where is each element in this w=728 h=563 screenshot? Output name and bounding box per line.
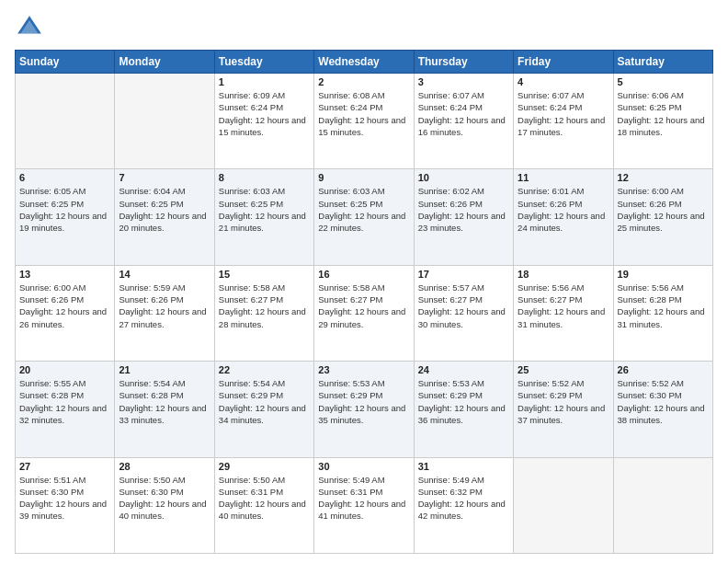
weekday-header-monday: Monday (115, 51, 214, 74)
day-number: 24 (418, 364, 509, 375)
day-number: 30 (318, 461, 409, 472)
calendar-cell: 1Sunrise: 6:09 AM Sunset: 6:24 PM Daylig… (214, 74, 313, 169)
day-number: 6 (19, 172, 110, 183)
calendar-cell: 31Sunrise: 5:49 AM Sunset: 6:32 PM Dayli… (414, 457, 513, 553)
day-number: 17 (418, 269, 509, 280)
day-info: Sunrise: 6:00 AM Sunset: 6:26 PM Dayligh… (618, 185, 709, 234)
day-info: Sunrise: 5:49 AM Sunset: 6:31 PM Dayligh… (318, 474, 409, 523)
day-info: Sunrise: 6:05 AM Sunset: 6:25 PM Dayligh… (19, 185, 110, 234)
day-info: Sunrise: 6:02 AM Sunset: 6:26 PM Dayligh… (418, 185, 509, 234)
calendar-cell: 23Sunrise: 5:53 AM Sunset: 6:29 PM Dayli… (314, 362, 414, 457)
day-number: 23 (318, 364, 409, 375)
calendar-cell: 20Sunrise: 5:55 AM Sunset: 6:28 PM Dayli… (16, 362, 115, 457)
day-info: Sunrise: 5:55 AM Sunset: 6:28 PM Dayligh… (19, 377, 110, 426)
day-info: Sunrise: 5:59 AM Sunset: 6:26 PM Dayligh… (119, 282, 210, 330)
day-number: 22 (219, 364, 310, 375)
calendar-cell: 3Sunrise: 6:07 AM Sunset: 6:24 PM Daylig… (414, 74, 513, 169)
day-info: Sunrise: 6:06 AM Sunset: 6:25 PM Dayligh… (618, 89, 709, 138)
day-info: Sunrise: 5:49 AM Sunset: 6:32 PM Dayligh… (418, 474, 509, 523)
day-info: Sunrise: 5:50 AM Sunset: 6:30 PM Dayligh… (119, 474, 210, 523)
day-info: Sunrise: 5:53 AM Sunset: 6:29 PM Dayligh… (318, 377, 409, 426)
day-info: Sunrise: 6:08 AM Sunset: 6:24 PM Dayligh… (318, 89, 409, 138)
calendar-cell: 2Sunrise: 6:08 AM Sunset: 6:24 PM Daylig… (314, 74, 414, 169)
day-number: 1 (219, 76, 310, 87)
day-info: Sunrise: 5:52 AM Sunset: 6:29 PM Dayligh… (518, 377, 609, 426)
calendar-week-3: 13Sunrise: 6:00 AM Sunset: 6:26 PM Dayli… (16, 265, 713, 361)
day-info: Sunrise: 5:53 AM Sunset: 6:29 PM Dayligh… (418, 377, 509, 426)
day-number: 13 (19, 269, 110, 280)
day-info: Sunrise: 5:50 AM Sunset: 6:31 PM Dayligh… (219, 474, 310, 523)
day-number: 26 (618, 364, 709, 375)
day-info: Sunrise: 6:07 AM Sunset: 6:24 PM Dayligh… (418, 89, 509, 138)
calendar-cell: 5Sunrise: 6:06 AM Sunset: 6:25 PM Daylig… (613, 74, 712, 169)
day-number: 27 (19, 461, 110, 472)
calendar-cell: 12Sunrise: 6:00 AM Sunset: 6:26 PM Dayli… (613, 169, 712, 265)
weekday-header-row: SundayMondayTuesdayWednesdayThursdayFrid… (16, 51, 713, 74)
calendar-cell: 4Sunrise: 6:07 AM Sunset: 6:24 PM Daylig… (514, 74, 613, 169)
weekday-header-sunday: Sunday (16, 51, 115, 74)
page: SundayMondayTuesdayWednesdayThursdayFrid… (0, 0, 728, 563)
calendar-cell: 7Sunrise: 6:04 AM Sunset: 6:25 PM Daylig… (115, 169, 214, 265)
day-number: 2 (318, 76, 409, 87)
day-number: 5 (618, 76, 709, 87)
day-number: 11 (518, 172, 609, 183)
calendar-cell (613, 457, 712, 553)
day-info: Sunrise: 5:56 AM Sunset: 6:28 PM Dayligh… (618, 282, 709, 330)
day-info: Sunrise: 6:03 AM Sunset: 6:25 PM Dayligh… (318, 185, 409, 234)
calendar-cell (115, 74, 214, 169)
calendar-cell: 19Sunrise: 5:56 AM Sunset: 6:28 PM Dayli… (613, 265, 712, 361)
calendar-cell: 27Sunrise: 5:51 AM Sunset: 6:30 PM Dayli… (16, 457, 115, 553)
calendar-cell: 26Sunrise: 5:52 AM Sunset: 6:30 PM Dayli… (613, 362, 712, 457)
day-number: 3 (418, 76, 509, 87)
day-number: 28 (119, 461, 210, 472)
day-number: 29 (219, 461, 310, 472)
header (15, 9, 713, 42)
day-info: Sunrise: 5:51 AM Sunset: 6:30 PM Dayligh… (19, 474, 110, 523)
day-info: Sunrise: 5:58 AM Sunset: 6:27 PM Dayligh… (219, 282, 310, 330)
calendar-cell: 25Sunrise: 5:52 AM Sunset: 6:29 PM Dayli… (514, 362, 613, 457)
day-info: Sunrise: 6:09 AM Sunset: 6:24 PM Dayligh… (219, 89, 310, 138)
day-info: Sunrise: 5:57 AM Sunset: 6:27 PM Dayligh… (418, 282, 509, 330)
calendar-table: SundayMondayTuesdayWednesdayThursdayFrid… (15, 50, 713, 554)
day-info: Sunrise: 6:01 AM Sunset: 6:26 PM Dayligh… (518, 185, 609, 234)
day-number: 31 (418, 461, 509, 472)
weekday-header-tuesday: Tuesday (214, 51, 313, 74)
calendar-cell: 28Sunrise: 5:50 AM Sunset: 6:30 PM Dayli… (115, 457, 214, 553)
calendar-week-1: 1Sunrise: 6:09 AM Sunset: 6:24 PM Daylig… (16, 74, 713, 169)
calendar-cell: 6Sunrise: 6:05 AM Sunset: 6:25 PM Daylig… (16, 169, 115, 265)
day-info: Sunrise: 5:54 AM Sunset: 6:28 PM Dayligh… (119, 377, 210, 426)
calendar-cell: 10Sunrise: 6:02 AM Sunset: 6:26 PM Dayli… (414, 169, 513, 265)
day-info: Sunrise: 5:56 AM Sunset: 6:27 PM Dayligh… (518, 282, 609, 330)
day-number: 4 (518, 76, 609, 87)
day-number: 18 (518, 269, 609, 280)
calendar-cell: 16Sunrise: 5:58 AM Sunset: 6:27 PM Dayli… (314, 265, 414, 361)
logo (15, 13, 48, 42)
logo-icon (15, 13, 44, 42)
calendar-cell: 11Sunrise: 6:01 AM Sunset: 6:26 PM Dayli… (514, 169, 613, 265)
day-number: 9 (318, 172, 409, 183)
day-info: Sunrise: 6:07 AM Sunset: 6:24 PM Dayligh… (518, 89, 609, 138)
weekday-header-thursday: Thursday (414, 51, 513, 74)
day-info: Sunrise: 5:52 AM Sunset: 6:30 PM Dayligh… (618, 377, 709, 426)
calendar-cell: 13Sunrise: 6:00 AM Sunset: 6:26 PM Dayli… (16, 265, 115, 361)
day-info: Sunrise: 6:04 AM Sunset: 6:25 PM Dayligh… (119, 185, 210, 234)
calendar-cell (514, 457, 613, 553)
calendar-cell: 18Sunrise: 5:56 AM Sunset: 6:27 PM Dayli… (514, 265, 613, 361)
day-number: 20 (19, 364, 110, 375)
day-info: Sunrise: 6:00 AM Sunset: 6:26 PM Dayligh… (19, 282, 110, 330)
calendar-cell: 9Sunrise: 6:03 AM Sunset: 6:25 PM Daylig… (314, 169, 414, 265)
calendar-cell: 24Sunrise: 5:53 AM Sunset: 6:29 PM Dayli… (414, 362, 513, 457)
calendar-week-5: 27Sunrise: 5:51 AM Sunset: 6:30 PM Dayli… (16, 457, 713, 553)
calendar-cell (16, 74, 115, 169)
calendar-cell: 8Sunrise: 6:03 AM Sunset: 6:25 PM Daylig… (214, 169, 313, 265)
day-number: 25 (518, 364, 609, 375)
day-info: Sunrise: 6:03 AM Sunset: 6:25 PM Dayligh… (219, 185, 310, 234)
day-number: 14 (119, 269, 210, 280)
calendar-cell: 22Sunrise: 5:54 AM Sunset: 6:29 PM Dayli… (214, 362, 313, 457)
day-info: Sunrise: 5:54 AM Sunset: 6:29 PM Dayligh… (219, 377, 310, 426)
calendar-cell: 29Sunrise: 5:50 AM Sunset: 6:31 PM Dayli… (214, 457, 313, 553)
weekday-header-saturday: Saturday (613, 51, 712, 74)
day-number: 10 (418, 172, 509, 183)
calendar-cell: 17Sunrise: 5:57 AM Sunset: 6:27 PM Dayli… (414, 265, 513, 361)
day-number: 21 (119, 364, 210, 375)
